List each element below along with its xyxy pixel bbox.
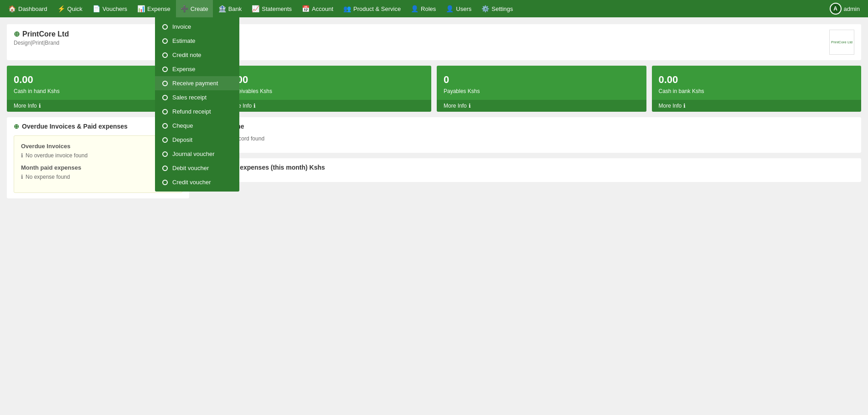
dropdown-dot-icon: [162, 24, 168, 30]
dropdown-debit-voucher[interactable]: Debit voucher: [155, 161, 239, 175]
bottom-row: ⊕ Overdue Invoices & Paid expenses Overd…: [7, 117, 861, 198]
company-header: ⊕ PrintCore Ltd Design|Print|Brand Print…: [7, 24, 861, 60]
nav-settings[interactable]: ⚙️ Settings: [477, 0, 517, 17]
overdue-invoices-title: Overdue Invoices: [21, 143, 175, 150]
nav-product-service[interactable]: 👥 Product & Service: [339, 0, 405, 17]
stat-footer-receivables[interactable]: More Info ℹ: [222, 100, 432, 112]
dropdown-receive-payment[interactable]: Receive payment: [155, 76, 239, 90]
dropdown-journal-voucher[interactable]: Journal voucher: [155, 147, 239, 161]
no-income-msg: ℹ No income record found: [202, 135, 854, 142]
nav-statements[interactable]: 📈 Statements: [247, 0, 296, 17]
dropdown-dot-icon: [162, 166, 168, 171]
business-expenses-panel: ⊕ Business expenses (this month) Kshs: [195, 158, 861, 182]
dropdown-dot-icon: [162, 81, 168, 86]
nav-users[interactable]: 👤 Users: [441, 0, 476, 17]
info-circle-icon: ℹ: [469, 103, 471, 109]
stat-label-payables: Payables Kshs: [444, 88, 640, 94]
overdue-invoices-msg: ℹ No overdue invoice found: [21, 152, 175, 159]
vouchers-icon: 📄: [93, 5, 100, 12]
dropdown-dot-icon: [162, 38, 168, 44]
statements-icon: 📈: [252, 5, 259, 12]
roles-icon: 👤: [411, 5, 418, 12]
dropdown-dot-icon: [162, 109, 168, 114]
dropdown-expense[interactable]: Expense: [155, 62, 239, 76]
company-tagline: Design|Print|Brand: [14, 40, 69, 46]
stats-row: 0.00 Cash in hand Kshs More Info ℹ 0.00 …: [7, 66, 861, 112]
stat-label-cash-bank: Cash in bank Kshs: [659, 88, 855, 94]
info-circle-icon: ℹ: [683, 103, 686, 109]
month-paid-title: Month paid expenses: [21, 164, 175, 171]
main-content: ⊕ PrintCore Ltd Design|Print|Brand Print…: [0, 17, 868, 205]
income-panel-title: ⊕ Net Income: [202, 123, 854, 130]
company-logo: PrintCore Ltd: [829, 30, 854, 55]
dashboard-icon: 🏠: [8, 5, 16, 12]
expense-icon: 📊: [137, 5, 145, 12]
company-icon: ⊕: [14, 30, 20, 38]
stat-footer-cash-bank[interactable]: More Info ℹ: [652, 100, 862, 112]
product-service-icon: 👥: [343, 5, 351, 12]
nav-expense[interactable]: 📊 Expense: [133, 0, 175, 17]
stat-card-payables: 0 Payables Kshs More Info ℹ: [437, 66, 646, 112]
nav-vouchers[interactable]: 📄 Vouchers: [88, 0, 132, 17]
month-paid-msg: ℹ No expense found: [21, 174, 175, 180]
stat-card-receivables: 0.00 Receivables Kshs More Info ℹ: [222, 66, 432, 112]
admin-menu[interactable]: A admin: [825, 0, 864, 17]
info-circle-icon: ℹ: [39, 103, 41, 109]
right-panels: ⊕ Net Income ℹ No income record found ⊕ …: [195, 117, 861, 198]
info-circle-icon: ℹ: [253, 103, 256, 109]
account-icon: 📅: [302, 5, 310, 12]
bank-icon: 🏦: [218, 5, 226, 12]
dropdown-estimate[interactable]: Estimate: [155, 34, 239, 48]
stat-footer-payables[interactable]: More Info ℹ: [437, 100, 646, 112]
create-icon: ➕: [181, 5, 188, 12]
dropdown-credit-note[interactable]: Credit note: [155, 48, 239, 62]
dropdown-refund-receipt[interactable]: Refund receipt: [155, 104, 239, 119]
dropdown-dot-icon: [162, 95, 168, 100]
stat-card-cash-bank: 0.00 Cash in bank Kshs More Info ℹ: [652, 66, 862, 112]
overdue-panel-icon: ⊕: [14, 123, 19, 130]
top-navigation: 🏠 Dashboard ⚡ Quick 📄 Vouchers 📊 Expense…: [0, 0, 868, 17]
dropdown-dot-icon: [162, 151, 168, 157]
income-panel: ⊕ Net Income ℹ No income record found: [195, 117, 861, 153]
dropdown-credit-voucher[interactable]: Credit voucher: [155, 175, 239, 189]
quick-icon: ⚡: [57, 5, 65, 12]
business-expenses-title: ⊕ Business expenses (this month) Kshs: [202, 164, 854, 171]
nav-quick[interactable]: ⚡ Quick: [53, 0, 87, 17]
dropdown-dot-icon: [162, 137, 168, 143]
dropdown-dot-icon: [162, 180, 168, 185]
dropdown-dot-icon: [162, 67, 168, 72]
stat-value-receivables: 0.00: [229, 74, 425, 86]
stat-value-cash-bank: 0.00: [659, 74, 855, 86]
admin-avatar: A: [830, 3, 842, 15]
dropdown-dot-icon: [162, 52, 168, 58]
nav-create[interactable]: ➕ Create: [176, 0, 213, 17]
settings-icon: ⚙️: [481, 5, 489, 12]
nav-roles[interactable]: 👤 Roles: [406, 0, 440, 17]
nav-account[interactable]: 📅 Account: [297, 0, 338, 17]
info-icon: ℹ: [21, 152, 23, 159]
create-dropdown-menu: Invoice Estimate Credit note Expense Rec…: [155, 17, 239, 192]
users-icon: 👤: [446, 5, 454, 12]
nav-bank[interactable]: 🏦 Bank: [214, 0, 247, 17]
dropdown-deposit[interactable]: Deposit: [155, 133, 239, 147]
dropdown-invoice[interactable]: Invoice: [155, 20, 239, 34]
dropdown-cheque[interactable]: Cheque: [155, 119, 239, 133]
dropdown-sales-receipt[interactable]: Sales receipt: [155, 90, 239, 104]
info-icon: ℹ: [21, 174, 23, 180]
nav-dashboard[interactable]: 🏠 Dashboard: [4, 0, 52, 17]
stat-label-receivables: Receivables Kshs: [229, 88, 425, 94]
dropdown-dot-icon: [162, 123, 168, 129]
company-name: ⊕ PrintCore Ltd: [14, 30, 69, 38]
stat-value-payables: 0: [444, 74, 640, 86]
